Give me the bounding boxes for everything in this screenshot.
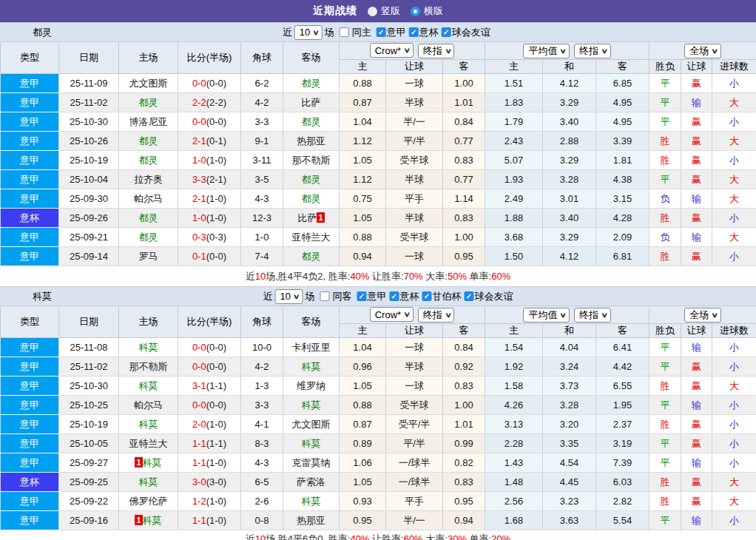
period-select[interactable]: 全场∨ [684,308,721,323]
handicap-odds: 1.14 [443,189,485,209]
handicap-odds: 平/半 [386,132,443,151]
column-header: 日期 [59,306,119,338]
league-badge: 意甲 [1,492,59,511]
league-badge: 意甲 [1,357,59,377]
average-odds: 3.35 [543,434,596,453]
home-team: 科莫 [119,338,178,357]
half-time-score: (0-0) [206,361,226,372]
view-option-vertical[interactable]: 竖版 [368,4,400,18]
score: 0-0(0-0) [178,74,241,93]
home-team: 尤文图斯 [119,74,178,93]
score: 0-0(0-0) [178,338,241,357]
average-select[interactable]: 平均值∨ [523,44,570,58]
result-flag: 小 [712,415,756,434]
result-flag: 平 [649,93,681,112]
column-subheader: 客 [443,60,485,74]
handicap-odds: 0.95 [443,247,485,266]
half-time-score: (0-0) [206,251,226,262]
league-badge: 意甲 [1,453,59,473]
column-subheader: 主 [485,324,543,338]
team-label: 热那亚 [297,135,325,146]
full-time-score: 1-1 [192,515,206,526]
match-row: 意甲25-09-161科莫1-1(1-0)0-8热那亚0.95半/一0.941.… [1,511,756,530]
corners: 6-2 [241,74,283,93]
odds-company-select[interactable]: Crow*∨ [370,43,414,58]
chevron-down-icon: ∨ [712,47,719,55]
league-checkbox[interactable]: ✓ [409,27,419,37]
column-subheader: 进球数 [712,60,756,74]
handicap-odds: 1.05 [340,209,386,228]
handicap-odds: 一球 [386,247,443,266]
same-venue-checkbox[interactable] [320,291,330,301]
team-label: 都灵 [139,232,158,243]
match-count-select[interactable]: 10 ∨ [294,25,323,40]
average-time-select[interactable]: 终指∨ [574,308,611,323]
odds-time-select[interactable]: 终指∨ [418,308,455,323]
league-checkbox[interactable]: ✓ [377,27,386,37]
handicap-odds: 1.06 [340,453,386,473]
handicap-odds: 一/球半 [386,473,443,492]
match-row: 意甲25-09-22佛罗伦萨1-2(1-0)2-6科莫0.93平手0.952.5… [1,492,756,511]
handicap-odds: 半球 [386,93,443,112]
away-team: 热那亚 [283,132,340,151]
average-odds: 1.95 [596,396,649,415]
full-time-score: 1-0 [192,212,206,223]
result-flag: 赢 [681,151,712,170]
result-flag: 输 [681,453,712,473]
average-select[interactable]: 平均值∨ [523,308,570,323]
half-time-score: (1-0) [206,457,226,468]
league-checkbox[interactable]: ✓ [465,291,474,301]
match-count-select[interactable]: 10 ∨ [274,289,303,304]
near-label: 近 [283,26,292,39]
team-label: 科莫 [302,496,321,507]
average-odds: 6.55 [596,377,649,396]
average-odds: 1.93 [485,170,543,189]
handicap-odds: 0.88 [340,228,386,247]
league-checkbox[interactable]: ✓ [357,291,367,301]
league-badge: 意甲 [1,338,59,357]
average-odds-controls: 平均值∨终指∨ [485,306,649,324]
view-option-horizontal[interactable]: 横版 [411,4,443,18]
handicap-odds: 0.89 [340,434,386,453]
match-date: 25-11-02 [59,93,119,112]
handicap-odds: 0.88 [340,396,386,415]
score: 0-0(0-0) [178,112,241,132]
column-header: 日期 [59,42,119,74]
match-date: 25-10-19 [59,151,119,170]
away-team: 萨索洛 [283,473,340,492]
league-badge: 意甲 [1,112,59,132]
league-checkbox[interactable]: ✓ [442,27,451,37]
average-odds: 3.39 [596,132,649,151]
column-subheader: 和 [543,324,596,338]
odds-time-select[interactable]: 终指∨ [418,44,455,58]
handicap-odds: 0.77 [443,132,485,151]
result-flag: 小 [712,74,756,93]
average-time-select[interactable]: 终指∨ [574,44,611,58]
odds-source-controls: Crow*∨终指∨ [340,42,485,60]
team-label: 科莫 [143,457,162,468]
team-label: 那不勒斯 [129,361,168,372]
period-select[interactable]: 全场∨ [684,44,721,58]
games-label: 场 [325,26,334,39]
score: 2-1(0-1) [178,132,241,151]
chevron-down-icon: ∨ [403,47,411,54]
match-date: 25-09-14 [59,247,119,266]
result-flag: 平 [649,74,681,93]
league-checkbox-label: 球会友谊 [452,26,490,39]
league-badge: 意甲 [1,377,59,396]
average-odds: 3.20 [543,415,596,434]
league-checkbox[interactable]: ✓ [390,291,399,301]
average-odds: 1.92 [485,357,543,377]
corners: 6-5 [241,473,283,492]
result-flag: 大 [712,189,756,209]
result-flag: 平 [649,396,681,415]
column-header: 主场 [119,42,178,74]
half-time-score: (0-0) [206,116,226,127]
half-time-score: (0-0) [206,399,226,411]
league-checkbox[interactable]: ✓ [422,291,432,301]
match-date: 25-09-25 [59,473,119,492]
league-badge: 意甲 [1,170,59,189]
same-venue-checkbox[interactable] [340,27,349,37]
odds-company-select[interactable]: Crow*∨ [370,307,414,322]
match-row: 意甲25-09-30帕尔马2-1(1-0)4-3都灵0.75平手1.142.49… [1,189,756,209]
